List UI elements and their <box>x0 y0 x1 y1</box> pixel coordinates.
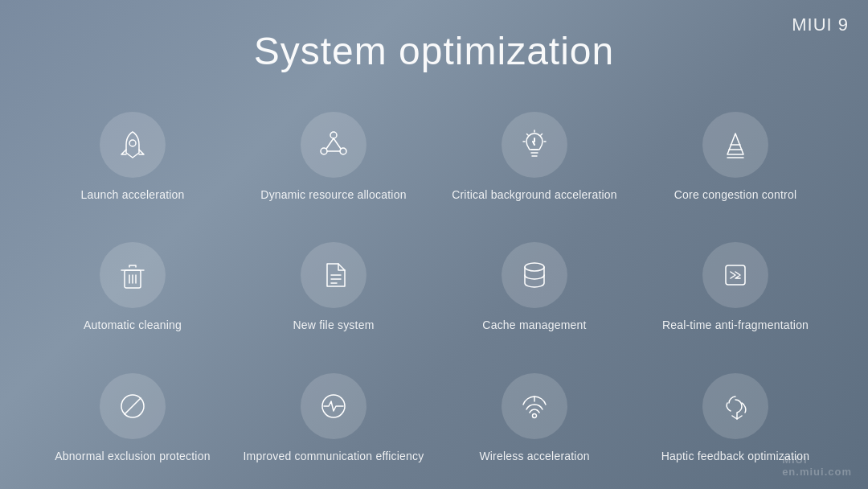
svg-line-13 <box>527 134 529 135</box>
page-title: System optimization <box>0 0 868 96</box>
svg-point-34 <box>533 413 537 417</box>
core-congestion-control-label: Core congestion control <box>674 187 796 203</box>
new-file-system-label: New file system <box>293 318 374 334</box>
feature-item-cache-management: Cache management <box>434 227 635 350</box>
feature-item-abnormal-exclusion-protection: Abnormal exclusion protection <box>32 357 233 480</box>
svg-point-29 <box>525 263 544 271</box>
feature-item-real-time-anti-fragmentation: Real-time anti-fragmentation <box>635 227 836 350</box>
features-grid: Launch acceleration Dynamic resource all… <box>0 96 868 480</box>
abnormal-exclusion-protection-label: Abnormal exclusion protection <box>55 449 210 465</box>
real-time-anti-fragmentation-icon-circle <box>702 242 768 308</box>
launch-acceleration-icon-circle <box>100 112 166 178</box>
feature-item-wireless-acceleration: Wireless acceleration <box>434 357 635 480</box>
feature-item-new-file-system: New file system <box>233 227 434 350</box>
miui-watermark: MIUIen.miui.com <box>782 454 852 478</box>
svg-line-5 <box>334 138 341 149</box>
miui9-logo: MIUI 9 <box>792 14 849 35</box>
svg-point-1 <box>330 132 337 138</box>
automatic-cleaning-label: Automatic cleaning <box>84 318 182 334</box>
cache-management-label: Cache management <box>482 318 586 334</box>
core-congestion-control-icon-circle <box>702 112 768 178</box>
svg-point-0 <box>129 140 136 146</box>
wireless-acceleration-label: Wireless acceleration <box>479 449 589 465</box>
cache-management-icon-circle <box>502 242 567 308</box>
svg-line-4 <box>326 138 334 149</box>
feature-item-core-congestion-control: Core congestion control <box>635 96 836 219</box>
automatic-cleaning-icon-circle <box>100 242 166 308</box>
wireless-acceleration-icon-circle <box>502 373 567 439</box>
feature-item-dynamic-resource-allocation: Dynamic resource allocation <box>233 96 434 219</box>
dynamic-resource-allocation-label: Dynamic resource allocation <box>260 187 406 203</box>
improved-communication-efficiency-icon-circle <box>301 373 366 439</box>
abnormal-exclusion-protection-icon-circle <box>100 373 166 439</box>
critical-background-acceleration-icon-circle <box>502 112 567 178</box>
haptic-feedback-optimization-icon-circle <box>702 373 768 439</box>
svg-marker-17 <box>727 134 743 154</box>
feature-item-automatic-cleaning: Automatic cleaning <box>32 227 233 350</box>
dynamic-resource-allocation-icon-circle <box>301 112 366 178</box>
critical-background-acceleration-label: Critical background acceleration <box>452 187 617 203</box>
feature-item-launch-acceleration: Launch acceleration <box>32 96 233 219</box>
real-time-anti-fragmentation-label: Real-time anti-fragmentation <box>662 318 809 334</box>
launch-acceleration-label: Launch acceleration <box>80 187 184 203</box>
improved-communication-efficiency-label: Improved communication efficiency <box>244 449 424 465</box>
svg-line-14 <box>541 134 542 135</box>
svg-line-32 <box>125 398 141 414</box>
feature-item-improved-communication-efficiency: Improved communication efficiency <box>233 357 434 480</box>
feature-item-critical-background-acceleration: Critical background acceleration <box>434 96 635 219</box>
new-file-system-icon-circle <box>301 242 366 308</box>
